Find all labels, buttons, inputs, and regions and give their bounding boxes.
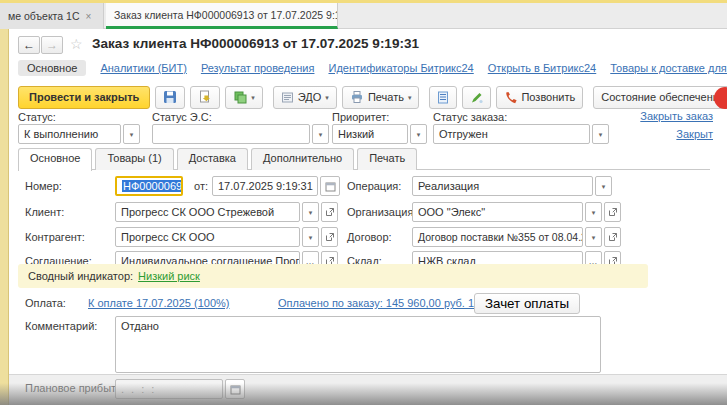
calendar-icon	[325, 181, 336, 192]
priority-label: Приоритет:	[332, 111, 389, 123]
contract-open-button[interactable]	[604, 227, 621, 247]
priority-dropdown-button[interactable]: ▾	[410, 124, 427, 144]
comment-label: Комментарий:	[25, 320, 97, 332]
toolbar: Провести и закрыть ▾ ЭДО▾ Печать▾ Позвон…	[18, 85, 727, 109]
window-tab-inactive[interactable]: ме объекта 1С ×	[0, 3, 104, 29]
tab-print[interactable]: Печать	[357, 148, 417, 170]
client-field[interactable]: Прогресс СК ООО Стрежевой	[115, 202, 300, 222]
risk-level-link[interactable]: Низкий риск	[138, 270, 200, 282]
planned-arrival-field[interactable]: . . : :	[115, 379, 223, 399]
call-button[interactable]: Позвонить	[496, 86, 583, 109]
favorite-star-icon[interactable]: ☆	[70, 36, 83, 52]
chevron-down-icon: ▾	[309, 234, 313, 241]
summary-indicator-bar: Сводный индикатор: Низкий риск	[18, 264, 648, 288]
order-status-dropdown-button[interactable]: ▾	[592, 124, 609, 144]
open-link-icon	[608, 207, 618, 217]
edit-button[interactable]	[462, 86, 491, 109]
status-es-select[interactable]	[152, 124, 310, 144]
counterparty-dropdown-button[interactable]: ▾	[302, 227, 319, 247]
tab-main[interactable]: Основное	[18, 148, 92, 171]
organization-open-button[interactable]	[604, 202, 621, 222]
nav-link-analytics[interactable]: Аналитики (БИТ)	[100, 62, 186, 74]
app-window: ме объекта 1С × Заказ клиента НФ00000691…	[0, 0, 727, 405]
date-field[interactable]: 17.07.2025 9:19:31	[212, 176, 318, 196]
client-label: Клиент:	[25, 206, 64, 218]
payment-paid-link[interactable]: Оплачено по заказу: 145 960,00 руб. 100%	[278, 297, 496, 309]
edo-button[interactable]: ЭДО▾	[273, 86, 337, 109]
planned-arrival-calendar-button[interactable]	[225, 379, 245, 399]
order-status-label: Статус заказа:	[433, 111, 507, 123]
side-accent-strip	[0, 29, 9, 405]
tab-goods[interactable]: Товары (1)	[95, 148, 173, 170]
date-label: от:	[194, 180, 208, 192]
date-calendar-button[interactable]	[320, 176, 340, 196]
report-list-button[interactable]	[429, 86, 457, 109]
status-label: Статус:	[18, 111, 56, 123]
tab-additional[interactable]: Дополнительно	[251, 148, 354, 170]
back-arrow-icon: ←	[23, 38, 35, 52]
forward-arrow-icon: →	[46, 38, 58, 52]
window-tab-label: ме объекта 1С	[8, 10, 79, 22]
call-label: Позвонить	[521, 91, 575, 103]
list-icon	[437, 91, 449, 104]
tab-delivery[interactable]: Доставка	[177, 148, 248, 170]
counterparty-field[interactable]: Прогресс СК ООО	[115, 227, 300, 247]
pencil-icon	[470, 91, 483, 104]
contract-field[interactable]: Договор поставки №355 от 08.04.2020	[412, 227, 583, 247]
back-button[interactable]: ←	[18, 36, 40, 54]
printer-icon	[350, 90, 364, 104]
operation-dropdown-button[interactable]: ▾	[595, 176, 612, 196]
contract-dropdown-button[interactable]: ▾	[585, 227, 602, 247]
copy-icon	[233, 90, 247, 104]
open-link-icon	[608, 232, 618, 242]
print-label: Печать	[368, 91, 404, 103]
order-status-select[interactable]: Отгружен	[433, 124, 590, 144]
post-and-close-button[interactable]: Провести и закрыть	[18, 86, 150, 109]
open-link-icon	[325, 232, 335, 242]
summary-indicator-label: Сводный индикатор:	[28, 270, 133, 282]
nav-link-posting-result[interactable]: Результат проведения	[201, 62, 315, 74]
payment-offset-button[interactable]: Зачет оплаты	[474, 293, 580, 314]
counterparty-open-button[interactable]	[321, 227, 338, 247]
close-order-link[interactable]: Закрыть заказ	[640, 110, 713, 122]
organization-dropdown-button[interactable]: ▾	[585, 202, 602, 222]
status-select[interactable]: К выполнению	[18, 124, 121, 144]
client-dropdown-button[interactable]: ▾	[302, 202, 319, 222]
priority-select[interactable]: Низкий	[332, 124, 408, 144]
calendar-icon	[230, 384, 241, 395]
comment-textarea[interactable]: Отдано	[115, 316, 601, 373]
organization-field[interactable]: ООО "Элекс"	[412, 202, 583, 222]
status-es-dropdown-button[interactable]: ▾	[312, 124, 329, 144]
supply-state-button[interactable]: Состояние обеспечения	[593, 86, 727, 109]
copy-button[interactable]: ▾	[225, 86, 263, 109]
nav-link-open-bitrix[interactable]: Открыть в Битрикс24	[488, 62, 597, 74]
number-field[interactable]: НФ000006913	[115, 176, 183, 196]
nav-link-goods-delivery[interactable]: Товары к доставке для ФО "РТУ как распор…	[610, 62, 727, 74]
number-label: Номер:	[25, 180, 62, 192]
edo-icon	[281, 91, 294, 104]
form-tab-strip: Основное Товары (1) Доставка Дополнитель…	[18, 148, 710, 170]
counterparty-label: Контрагент:	[25, 231, 85, 243]
nav-item-main[interactable]: Основное	[18, 60, 86, 76]
edo-label: ЭДО	[298, 91, 322, 103]
operation-label: Операция:	[347, 180, 401, 192]
client-open-button[interactable]	[321, 202, 338, 222]
forward-button[interactable]: →	[41, 36, 63, 54]
print-button[interactable]: Печать▾	[342, 86, 420, 109]
chevron-down-icon: ▾	[319, 131, 323, 138]
selected-text: НФ000006913	[122, 180, 183, 192]
chevron-down-icon: ▾	[325, 94, 329, 101]
payment-due-link[interactable]: К оплате 17.07.2025 (100%)	[88, 297, 230, 309]
nav-links-row: Основное Аналитики (БИТ) Результат прове…	[18, 58, 727, 78]
post-document-button[interactable]	[190, 86, 220, 109]
nav-link-bitrix-ids[interactable]: Идентификаторы Битрикс24	[328, 62, 473, 74]
save-button[interactable]	[155, 86, 185, 109]
operation-select[interactable]: Реализация	[412, 176, 593, 196]
chevron-down-icon: ▾	[251, 94, 255, 101]
status-dropdown-button[interactable]: ▾	[123, 124, 140, 144]
close-icon[interactable]: ×	[85, 11, 91, 22]
closed-link[interactable]: Закрыт	[676, 128, 713, 140]
open-link-icon	[325, 207, 335, 217]
window-tab-active[interactable]: Заказ клиента НФ000006913 от 17.07.2025 …	[106, 3, 338, 29]
chevron-down-icon: ▾	[599, 131, 603, 138]
